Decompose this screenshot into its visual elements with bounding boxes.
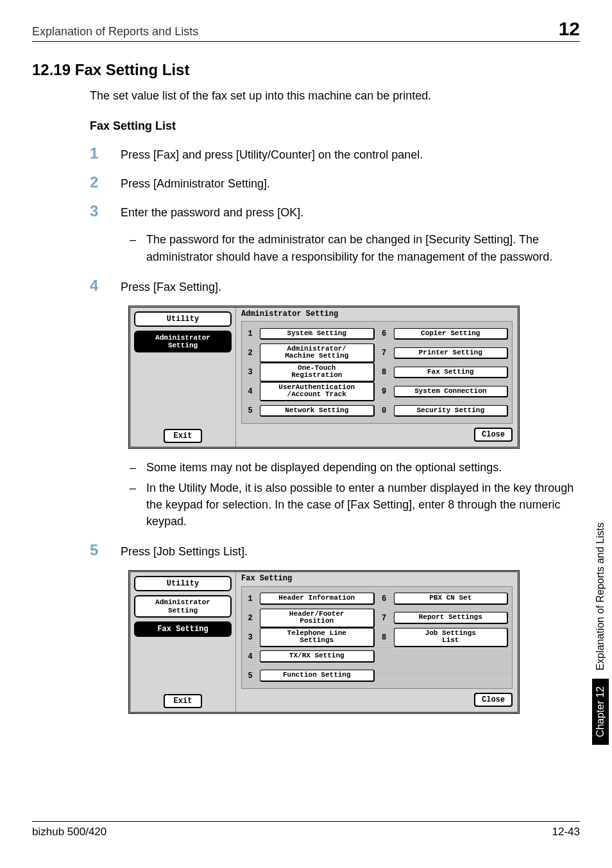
report-settings-button[interactable]: Report Settings	[394, 612, 509, 624]
system-setting-button[interactable]: System Setting	[260, 328, 375, 340]
grid-num: 3	[246, 633, 255, 642]
step-2: 2 Press [Administrator Setting].	[90, 173, 580, 192]
grid-num: 7	[380, 614, 389, 623]
sub-heading: Fax Setting List	[90, 119, 580, 133]
footer-model: bizhub 500/420	[32, 826, 106, 838]
note-text: In the Utility Mode, it is also possible…	[146, 480, 580, 530]
footer-page-num: 12-43	[552, 826, 580, 838]
grid-num: 9	[380, 387, 389, 396]
intro-text: The set value list of the fax set up int…	[90, 88, 580, 104]
job-settings-list-button[interactable]: Job Settings List	[394, 628, 509, 647]
exit-button[interactable]: Exit	[164, 429, 203, 443]
one-touch-reg-button[interactable]: One-Touch Registration	[260, 363, 375, 382]
header-title: Explanation of Reports and Lists	[32, 25, 198, 39]
step-1: 1 Press [Fax] and press [Utility/Counter…	[90, 144, 580, 163]
page-header: Explanation of Reports and Lists 12	[32, 19, 580, 42]
panel-title: Fax Setting	[241, 575, 513, 583]
chapter-number: 12	[559, 19, 580, 39]
panel-title: Administrator Setting	[241, 310, 513, 318]
grid-num: 7	[380, 349, 389, 358]
grid-num: 4	[246, 387, 255, 396]
page-footer: bizhub 500/420 12-43	[32, 821, 580, 838]
panel-fax-setting: Utility Administrator Setting Fax Settin…	[128, 570, 580, 713]
utility-button[interactable]: Utility	[134, 576, 232, 591]
step-number: 1	[90, 144, 105, 162]
grid-num: 6	[380, 595, 389, 603]
step-number: 2	[90, 173, 105, 191]
header-info-button[interactable]: Header Information	[260, 593, 375, 605]
dash-icon: –	[130, 459, 136, 476]
copier-setting-button[interactable]: Copier Setting	[394, 328, 509, 340]
step-text: Press [Fax] and press [Utility/Counter] …	[121, 146, 580, 163]
grid-num: 2	[246, 349, 255, 358]
step-5: 5 Press [Job Settings List].	[90, 541, 580, 560]
system-connection-button[interactable]: System Connection	[394, 386, 509, 398]
admin-grid: 1 System Setting 6 Copier Setting 2 Admi…	[241, 321, 513, 424]
tx-rx-setting-button[interactable]: TX/RX Setting	[260, 650, 375, 663]
grid-num: 4	[246, 652, 255, 661]
grid-num: 6	[380, 329, 389, 338]
chapter-tab-label: Explanation of Reports and Lists	[592, 515, 609, 678]
printer-setting-button[interactable]: Printer Setting	[394, 347, 509, 360]
admin-setting-button[interactable]: Administrator Setting	[134, 595, 232, 617]
grid-num: 8	[380, 633, 389, 642]
fax-setting-button[interactable]: Fax Setting	[394, 367, 509, 379]
step-3-notes: – The password for the administrator can…	[130, 231, 580, 265]
grid-num: 0	[380, 406, 389, 415]
panel-admin-setting: Utility Administrator Setting Exit Admin…	[128, 306, 580, 449]
note-item: – In the Utility Mode, it is also possib…	[130, 480, 580, 530]
function-setting-button[interactable]: Function Setting	[260, 670, 375, 682]
admin-setting-button[interactable]: Administrator Setting	[134, 331, 232, 352]
grid-num: 3	[246, 368, 255, 377]
step-number: 5	[90, 541, 105, 559]
chapter-tab: Explanation of Reports and Lists Chapter…	[589, 449, 612, 745]
section-heading: 12.19 Fax Setting List	[32, 61, 580, 79]
grid-num: 1	[246, 595, 255, 603]
dash-icon: –	[130, 231, 136, 265]
step-number: 4	[90, 277, 105, 295]
note-item: – Some items may not be displayed depend…	[130, 459, 580, 476]
header-footer-pos-button[interactable]: Header/Footer Position	[260, 609, 375, 628]
close-button[interactable]: Close	[474, 693, 513, 707]
fax-setting-button[interactable]: Fax Setting	[134, 621, 232, 637]
pbx-cn-set-button[interactable]: PBX CN Set	[394, 593, 509, 605]
step-4: 4 Press [Fax Setting].	[90, 277, 580, 295]
admin-machine-setting-button[interactable]: Administrator/ Machine Setting	[260, 343, 375, 363]
chapter-tab-number: Chapter 12	[592, 679, 609, 745]
grid-num: 5	[246, 672, 255, 681]
user-auth-button[interactable]: UserAuthentication /Account Track	[260, 382, 375, 401]
step-text: Enter the password and press [OK].	[121, 204, 580, 221]
network-setting-button[interactable]: Network Setting	[260, 405, 375, 417]
note-item: – The password for the administrator can…	[130, 231, 580, 265]
grid-num: 8	[380, 368, 389, 377]
telephone-line-button[interactable]: Telephone Line Settings	[260, 628, 375, 647]
fax-grid: 1 Header Information 6 PBX CN Set 2 Head…	[241, 586, 513, 689]
grid-num: 1	[246, 329, 255, 338]
security-setting-button[interactable]: Security Setting	[394, 405, 509, 417]
step-4-notes: – Some items may not be displayed depend…	[130, 459, 580, 530]
utility-button[interactable]: Utility	[134, 311, 232, 327]
step-3: 3 Enter the password and press [OK].	[90, 202, 580, 221]
close-button[interactable]: Close	[474, 428, 513, 442]
exit-button[interactable]: Exit	[164, 694, 203, 708]
note-text: Some items may not be displayed dependin…	[146, 459, 580, 476]
note-text: The password for the administrator can b…	[146, 231, 580, 265]
step-text: Press [Administrator Setting].	[121, 175, 580, 192]
step-text: Press [Job Settings List].	[121, 543, 580, 560]
step-text: Press [Fax Setting].	[121, 279, 580, 295]
step-number: 3	[90, 202, 105, 220]
grid-num: 5	[246, 406, 255, 415]
dash-icon: –	[130, 480, 136, 530]
grid-num: 2	[246, 614, 255, 623]
